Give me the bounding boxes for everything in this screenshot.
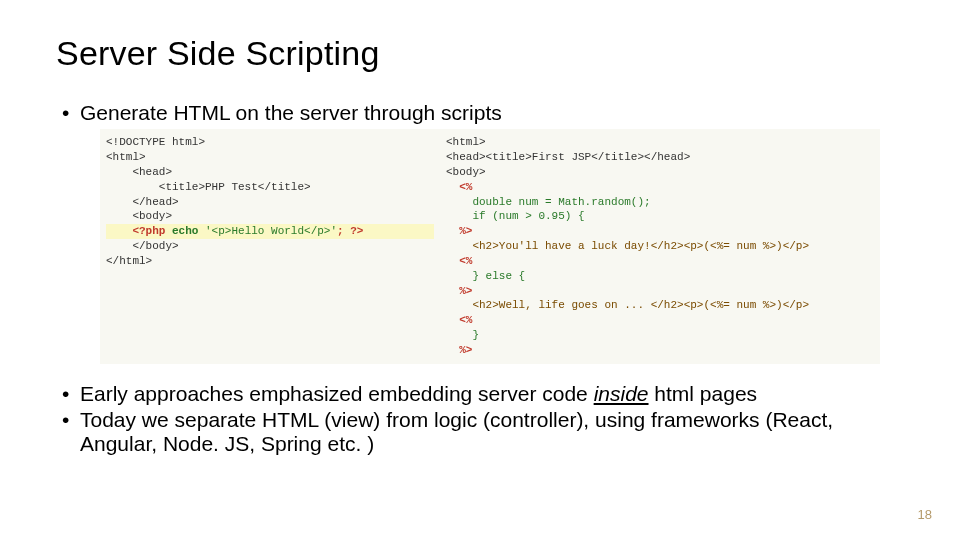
jsp-h2: <h2>Well, life goes on ... </h2> [446, 299, 684, 311]
jsp-p-close: )</p> [776, 240, 809, 252]
jsp-code-line: if (num > 0.95) { [446, 209, 874, 224]
code-line-highlight: <?php echo '<p>Hello World</p>'; ?> [106, 224, 434, 239]
page-number: 18 [918, 507, 932, 522]
slide: Server Side Scripting Generate HTML on t… [0, 0, 960, 540]
code-line: <title>PHP Test</title> [106, 180, 434, 195]
jsp-close: %> [446, 284, 874, 299]
jsp-open: <% [446, 180, 874, 195]
bullet-1: Generate HTML on the server through scri… [62, 101, 904, 125]
php-string: '<p>Hello World</p>' [198, 225, 337, 237]
code-panel-jsp: <html> <head><title>First JSP</title></h… [440, 129, 880, 364]
php-echo-keyword: echo [172, 225, 198, 237]
code-line: <html> [446, 135, 874, 150]
jsp-code-line: } [446, 328, 874, 343]
bullet-2-em: inside [594, 382, 649, 405]
jsp-output-line: <h2>Well, life goes on ... </h2><p>(<%= … [446, 298, 874, 313]
jsp-expression: <%= num %> [710, 240, 776, 252]
php-close-tag: ; ?> [337, 225, 363, 237]
bullet-3: Today we separate HTML (view) from logic… [62, 408, 904, 456]
code-line: <!DOCTYPE html> [106, 135, 434, 150]
bullet-2: Early approaches emphasized embedding se… [62, 382, 904, 406]
code-line: <body> [106, 209, 434, 224]
jsp-code-line: double num = Math.random(); [446, 195, 874, 210]
jsp-output-line: <h2>You'll have a luck day!</h2><p>(<%= … [446, 239, 874, 254]
jsp-close: %> [446, 224, 874, 239]
code-line: </head> [106, 195, 434, 210]
jsp-p-open: <p>( [684, 299, 710, 311]
code-line: </body> [106, 239, 434, 254]
jsp-p-open: <p>( [684, 240, 710, 252]
jsp-open: <% [446, 313, 874, 328]
php-open-tag: <?php [106, 225, 172, 237]
code-line: <html> [106, 150, 434, 165]
jsp-h2: <h2>You'll have a luck day!</h2> [446, 240, 684, 252]
bullet-list-bottom: Early approaches emphasized embedding se… [62, 382, 904, 456]
code-line: <head> [106, 165, 434, 180]
jsp-code-line: } else { [446, 269, 874, 284]
code-panel-php: <!DOCTYPE html> <html> <head> <title>PHP… [100, 129, 440, 364]
jsp-open: <% [446, 254, 874, 269]
slide-title: Server Side Scripting [56, 34, 904, 73]
bullet-list-top: Generate HTML on the server through scri… [62, 101, 904, 125]
jsp-close: %> [446, 343, 874, 358]
jsp-p-close: )</p> [776, 299, 809, 311]
bullet-2-pre: Early approaches emphasized embedding se… [80, 382, 594, 405]
code-line: <head><title>First JSP</title></head> [446, 150, 874, 165]
code-line: <body> [446, 165, 874, 180]
code-line: </html> [106, 254, 434, 269]
code-figures: <!DOCTYPE html> <html> <head> <title>PHP… [100, 129, 880, 364]
jsp-expression: <%= num %> [710, 299, 776, 311]
bullet-2-post: html pages [649, 382, 758, 405]
